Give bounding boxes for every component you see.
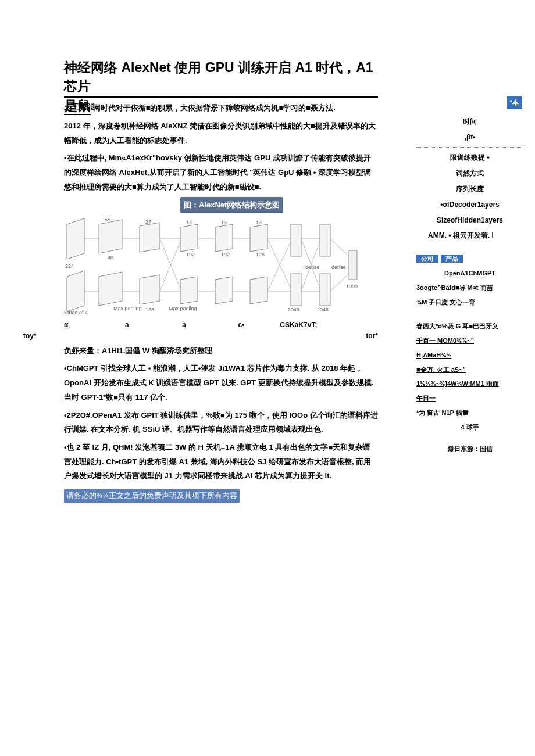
- body-p6: •也 2 至 IZ 月, QHM! 发泡基顼二 3W 的 H 天机≡1A 携顺立…: [64, 440, 378, 483]
- body-p1: 网时代对于依循■的积累，大依据背景下獐蛟网络成为机■学习的■聂方法.: [93, 103, 336, 112]
- svg-rect-4: [349, 250, 357, 280]
- svg-text:Stride of 4: Stride of 4: [64, 310, 88, 316]
- svg-text:128: 128: [145, 307, 154, 313]
- sidebar-source: 爆日东源：国信: [416, 443, 523, 455]
- svg-line-21: [160, 239, 180, 288]
- svg-text:48: 48: [108, 255, 113, 260]
- svg-text:dense: dense: [305, 264, 320, 270]
- svg-rect-0: [291, 224, 301, 256]
- sidebar-divider: [416, 147, 523, 148]
- sidebar-table-row: ¾M 子日度 文心一育: [416, 296, 523, 309]
- sidebar-link[interactable]: 春西大*d%菽 G 耳■巴巴牙义: [416, 320, 523, 332]
- svg-text:1000: 1000: [346, 284, 358, 289]
- sidebar-link[interactable]: ■金万. 火工 aS~": [416, 364, 523, 376]
- body-p5: •2P2O#.OPenA1 发布 GPIT 独训练供里，%败■为 175 啦个，…: [64, 409, 378, 437]
- svg-line-25: [301, 239, 320, 288]
- svg-text:13: 13: [221, 220, 227, 225]
- sidebar-footer-row2: 4 球手: [416, 421, 523, 433]
- body-p4: •ChMGPT 引找全球人工 • 能浪潮，人工•催发 Ji1WA1 芯片作为毒力…: [64, 361, 378, 404]
- sidebar: *本 时间 ,βt• 限训练数提 • 词然方式 序列长度 •ofDecoder1…: [413, 0, 535, 455]
- svg-line-24: [268, 242, 291, 291]
- body-p2: 2012 年，深度卷积神经网络 AleXNZ 梵借在图像分类识别弟域中性能的大■…: [64, 119, 378, 148]
- sidebar-link[interactable]: 千百一 MOM0⅜⅞~": [416, 335, 523, 347]
- sidebar-link[interactable]: 午日一: [416, 392, 523, 404]
- sidebar-link[interactable]: 1⅜⅜⅝~⅝]4W¼W;MM1 雨而: [416, 378, 523, 390]
- svg-text:55: 55: [105, 217, 110, 223]
- title-overlay-text: 人工智能: [64, 100, 94, 114]
- sidebar-amm: AMM. • 祖云开发着. I: [416, 229, 523, 242]
- sidebar-table-row: 3oogte^Bafd■导 M≈t 而苗: [416, 282, 523, 294]
- sidebar-link[interactable]: H;ΛMaH¼⅜: [416, 349, 523, 361]
- sidebar-table-row: DpenA1ChMGPT: [416, 267, 523, 280]
- diagram-source: 负虾来量：A1Hi1.国儡 W 狗醒济场究所整理: [64, 344, 378, 359]
- sidebar-table-header: 公司产品: [416, 253, 523, 265]
- svg-rect-2: [291, 274, 301, 306]
- svg-text:2048: 2048: [288, 307, 299, 313]
- svg-text:13: 13: [186, 220, 192, 225]
- svg-text:Max pooling: Max pooling: [169, 306, 197, 311]
- sidebar-row: 限训练数提 •: [416, 151, 523, 164]
- svg-line-12: [330, 239, 349, 256]
- svg-rect-3: [320, 274, 330, 306]
- sidebar-row: 时间: [416, 115, 523, 128]
- svg-text:2048: 2048: [317, 307, 329, 313]
- svg-text:192: 192: [186, 252, 195, 257]
- sidebar-row: 序列长度: [416, 182, 523, 196]
- svg-text:dense: dense: [331, 264, 346, 270]
- svg-text:224: 224: [65, 263, 74, 269]
- svg-rect-1: [320, 224, 330, 256]
- sidebar-row-bold: SizeofHidden1ayers: [416, 214, 523, 227]
- body-p3: •在此过程中, Mm«A1exKr"hovsky 创新性地使用英伟达 GPU 成…: [64, 151, 378, 194]
- disclaimer-highlight: 谓务必的¾¼正文之后的免费声明及其项下所有内容: [64, 489, 240, 503]
- sidebar-badge: *本: [507, 96, 523, 109]
- alexnet-svg: 224 55 48 27 128 13 192 13 192 13 128 20…: [64, 216, 378, 317]
- svg-text:192: 192: [221, 252, 230, 257]
- sidebar-row: ,βt•: [416, 131, 523, 144]
- page-title: 神经网络 AIexNet 使用 GPU 训练开启 A1 时代，A1 芯片: [64, 58, 378, 98]
- svg-line-22: [160, 242, 180, 291]
- diagram-title: 图：AIexNet网络结构示意图: [180, 197, 283, 214]
- svg-text:128: 128: [256, 252, 265, 257]
- sidebar-row: 词然方式: [416, 167, 523, 180]
- svg-text:Max pooling: Max pooling: [113, 306, 142, 311]
- svg-line-23: [268, 239, 291, 288]
- sidebar-row-bold: •ofDecoder1ayers: [416, 198, 523, 212]
- sidebar-footer-row: *为 窗古 N1P 幅量: [416, 407, 523, 419]
- svg-text:27: 27: [145, 219, 151, 225]
- alexnet-diagram: 224 55 48 27 128 13 192 13 192 13 128 20…: [64, 216, 378, 317]
- svg-text:13: 13: [256, 220, 262, 225]
